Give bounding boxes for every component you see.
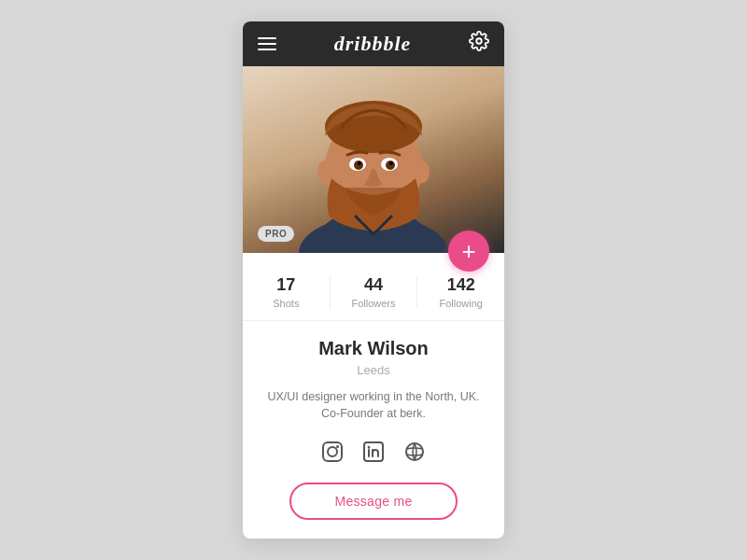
svg-point-19 (406, 443, 423, 460)
shots-label: Shots (243, 298, 330, 309)
stat-following[interactable]: 142 Following (417, 275, 504, 309)
profile-info: Mark Wilson Leeds UX/UI designer working… (243, 321, 504, 539)
svg-point-0 (476, 39, 482, 45)
svg-point-15 (336, 445, 339, 448)
avatar (289, 71, 458, 253)
app-logo: dribbble (334, 32, 412, 56)
following-label: Following (417, 298, 504, 309)
pro-badge: PRO (258, 226, 294, 242)
menu-icon[interactable] (258, 37, 276, 50)
svg-point-12 (415, 161, 430, 183)
globe-icon[interactable] (401, 438, 429, 466)
message-button[interactable]: Message me (289, 483, 458, 520)
navbar: dribbble (243, 21, 504, 66)
phone-card: dribbble (243, 21, 504, 539)
following-count: 142 (417, 275, 504, 296)
add-button[interactable]: + (448, 231, 489, 272)
instagram-icon[interactable] (318, 438, 346, 466)
profile-bio: UX/UI designer working in the North, UK.… (261, 388, 486, 424)
stat-followers[interactable]: 44 Followers (331, 275, 418, 309)
profile-image-wrapper: PRO + (243, 66, 504, 253)
followers-count: 44 (331, 275, 417, 296)
gear-icon[interactable] (469, 31, 489, 56)
stat-shots[interactable]: 17 Shots (243, 275, 331, 309)
svg-point-11 (317, 161, 332, 183)
profile-location: Leeds (261, 363, 486, 377)
linkedin-icon[interactable] (359, 438, 388, 466)
svg-point-14 (328, 447, 337, 456)
profile-image (243, 66, 504, 253)
shots-count: 17 (243, 275, 330, 296)
svg-point-9 (358, 161, 361, 165)
svg-point-10 (389, 161, 393, 165)
social-icons (261, 438, 486, 466)
followers-label: Followers (331, 298, 417, 309)
svg-rect-13 (323, 442, 342, 461)
profile-name: Mark Wilson (261, 338, 486, 359)
